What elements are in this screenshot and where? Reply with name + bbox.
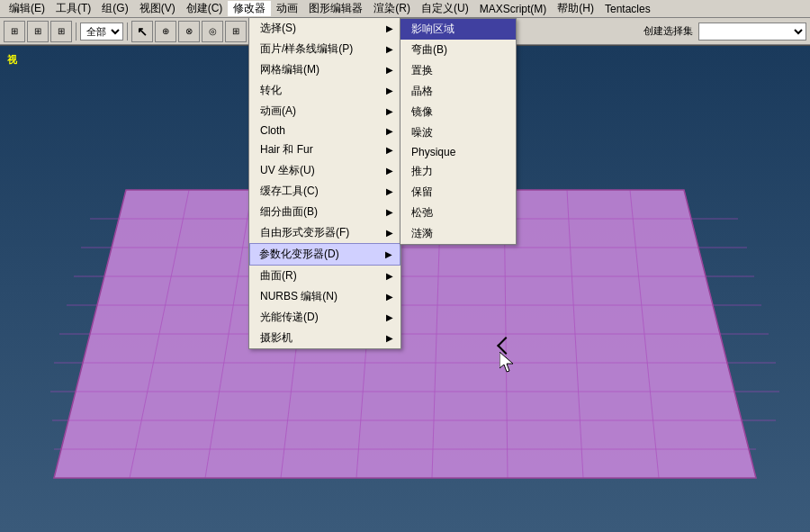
submenu-preserve[interactable]: 保留 xyxy=(400,182,516,203)
viewport-perspective-label: 视 xyxy=(7,53,17,67)
submenu-displace[interactable]: 置换 xyxy=(400,60,516,81)
modifier-dropdown-menu: 选择(S) ▶ 面片/样条线编辑(P) ▶ 网格编辑(M) ▶ 转化 ▶ 动画(… xyxy=(248,18,401,349)
menu-cache[interactable]: 缓存工具(C) ▶ xyxy=(249,181,400,202)
arrow-icon: ▶ xyxy=(386,65,393,75)
toolbar-btn-6[interactable]: ⊗ xyxy=(178,21,200,42)
selection-set-dropdown[interactable] xyxy=(698,23,806,41)
menu-animation[interactable]: 动画(A) ▶ xyxy=(249,101,400,122)
menu-nurbs[interactable]: NURBS 编辑(N) ▶ xyxy=(249,286,400,307)
menu-item-create[interactable]: 创建(C) xyxy=(181,1,229,16)
submenu-physique[interactable]: Physique xyxy=(400,143,516,161)
menu-item-view[interactable]: 视图(V) xyxy=(134,1,181,16)
arrow-icon: ▶ xyxy=(386,126,393,136)
submenu-lattice[interactable]: 晶格 xyxy=(400,81,516,102)
menu-patch-spline[interactable]: 面片/样条线编辑(P) ▶ xyxy=(249,39,400,59)
menu-parametric-deformers[interactable]: 参数化变形器(D) ▶ xyxy=(249,243,400,266)
toolbar-btn-1[interactable]: ⊞ xyxy=(4,21,25,42)
arrow-icon: ▶ xyxy=(386,106,393,116)
submenu-noise[interactable]: 噪波 xyxy=(400,122,516,143)
arrow-icon: ▶ xyxy=(386,207,393,217)
menu-item-edit[interactable]: 编辑(E) xyxy=(4,1,50,16)
arrow-icon: ▶ xyxy=(386,145,393,155)
arrow-icon: ▶ xyxy=(386,166,393,176)
menu-item-modifier[interactable]: 修改器 xyxy=(228,1,271,16)
select-tool[interactable]: ↖ xyxy=(131,21,153,42)
menu-ffd[interactable]: 自由形式变形器(F) ▶ xyxy=(249,222,400,243)
toolbar-btn-5[interactable]: ⊕ xyxy=(155,21,176,42)
arrow-icon: ▶ xyxy=(386,186,393,196)
arrow-icon: ▶ xyxy=(386,44,393,54)
menu-item-group[interactable]: 组(G) xyxy=(96,1,133,16)
toolbar-btn-3[interactable]: ⊞ xyxy=(50,21,72,42)
menu-cloth[interactable]: Cloth ▶ xyxy=(249,122,400,140)
parametric-deformers-submenu: 影响区域 弯曲(B) 置换 晶格 镜像 噪波 Physique 推力 保留 松弛… xyxy=(400,18,517,245)
menu-item-help[interactable]: 帮助(H) xyxy=(552,1,599,16)
arrow-icon: ▶ xyxy=(386,271,393,281)
submenu-bend[interactable]: 弯曲(B) xyxy=(400,40,516,60)
menu-surface[interactable]: 曲面(R) ▶ xyxy=(249,266,400,286)
menu-convert[interactable]: 转化 ▶ xyxy=(249,80,400,101)
menu-bar: 编辑(E) 工具(T) 组(G) 视图(V) 创建(C) 修改器 动画 图形编辑… xyxy=(0,0,810,18)
menu-item-animation[interactable]: 动画 xyxy=(271,1,303,16)
arrow-icon: ▶ xyxy=(386,228,393,238)
submenu-relax[interactable]: 松弛 xyxy=(400,203,516,223)
menu-camera[interactable]: 摄影机 ▶ xyxy=(249,328,400,348)
selection-filter[interactable]: 全部 xyxy=(80,23,123,41)
menu-radiosity[interactable]: 光能传递(D) ▶ xyxy=(249,307,400,328)
menu-select[interactable]: 选择(S) ▶ xyxy=(249,18,400,39)
arrow-icon: ▶ xyxy=(386,333,393,343)
menu-item-maxscript[interactable]: MAXScript(M) xyxy=(474,3,553,15)
menu-mesh-edit[interactable]: 网格编辑(M) ▶ xyxy=(249,59,400,80)
submenu-mirror[interactable]: 镜像 xyxy=(400,102,516,122)
arrow-icon: ▶ xyxy=(386,86,393,95)
arrow-icon: ▶ xyxy=(386,292,393,302)
menu-item-render[interactable]: 渲染(R) xyxy=(368,1,416,16)
menu-uv[interactable]: UV 坐标(U) ▶ xyxy=(249,160,400,181)
create-selection-set-label: 创建选择集 xyxy=(644,24,693,38)
arrow-icon: ▶ xyxy=(386,23,393,33)
arrow-icon: ▶ xyxy=(386,312,393,322)
submenu-ripple[interactable]: 涟漪 xyxy=(400,223,516,244)
toolbar-btn-8[interactable]: ⊞ xyxy=(225,21,247,42)
submenu-affect-region[interactable]: 影响区域 xyxy=(400,19,516,40)
toolbar-btn-7[interactable]: ◎ xyxy=(202,21,223,42)
menu-item-tentacles[interactable]: Tentacles xyxy=(599,3,656,15)
toolbar-sep-1 xyxy=(76,23,76,41)
arrow-icon: ▶ xyxy=(385,249,392,259)
menu-item-tools[interactable]: 工具(T) xyxy=(50,1,96,16)
toolbar-btn-2[interactable]: ⊞ xyxy=(27,21,49,42)
menu-item-graph-editor[interactable]: 图形编辑器 xyxy=(303,1,368,16)
menu-subdivision[interactable]: 细分曲面(B) ▶ xyxy=(249,202,400,222)
menu-item-customize[interactable]: 自定义(U) xyxy=(416,1,474,16)
submenu-push[interactable]: 推力 xyxy=(400,161,516,182)
menu-hair-fur[interactable]: Hair 和 Fur ▶ xyxy=(249,140,400,160)
toolbar-sep-2 xyxy=(127,23,128,41)
